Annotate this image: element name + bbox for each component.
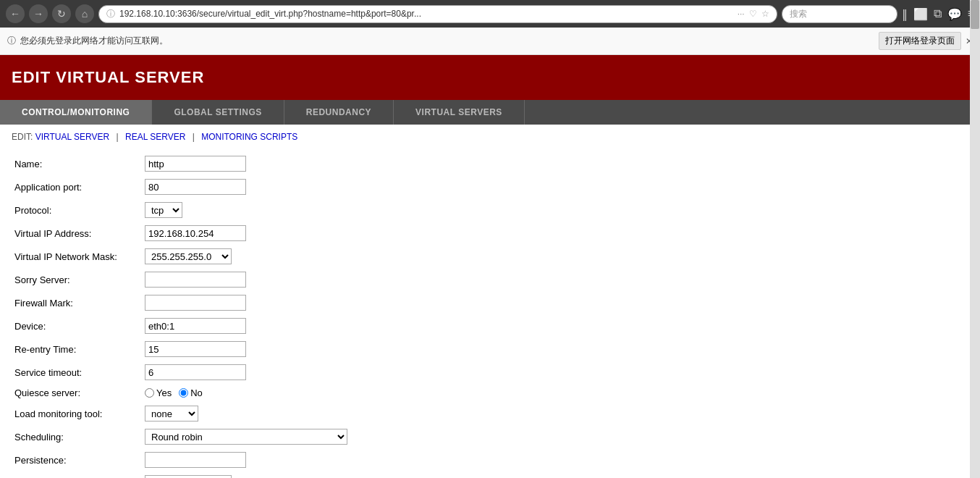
chat-icon: 💬 [947,7,962,21]
info-icon: ⓘ [106,8,115,20]
field-load-monitoring: Load monitoring tool: none rup ruptime [12,402,968,425]
input-sorry-server [142,268,968,291]
breadcrumb-monitoring-scripts[interactable]: MONITORING SCRIPTS [201,132,297,142]
field-persistence-mask: Persistence Network Mask: Unused 255.255… [12,471,968,478]
browser-icons: ‖ ⬜ ⧉ 💬 ≡ [902,7,974,21]
breadcrumb-virtual-server[interactable]: VIRTUAL SERVER [35,132,109,142]
quiesce-yes-label[interactable]: Yes [145,387,172,398]
tab-control-monitoring[interactable]: CONTROL/MONITORING [0,100,152,125]
screen-icon: ⧉ [934,7,942,21]
notification-bar: ⓘ 您必须先登录此网络才能访问互联网。 打开网络登录页面 ✕ [0,28,980,55]
input-reentry-time [142,337,968,361]
label-vip: Virtual IP Address: [12,222,142,245]
label-load-monitoring: Load monitoring tool: [12,402,142,425]
field-vip: Virtual IP Address: [12,222,968,245]
protocol-select[interactable]: tcp udp [145,202,182,218]
star-icon: ☆ [761,9,769,19]
field-quiesce-server: Quiesce server: Yes No [12,384,968,402]
input-app-port [142,175,968,198]
tab-virtual-servers[interactable]: VIRTUAL SERVERS [394,100,525,125]
label-name: Name: [12,152,142,175]
label-firewall-mark: Firewall Mark: [12,291,142,314]
input-vip [142,222,968,245]
bookmark-icon: ♡ [749,9,757,19]
back-button[interactable]: ← [6,4,25,23]
label-persistence: Persistence: [12,448,142,471]
search-input[interactable]: 搜索 [782,5,897,23]
quiesce-no-radio[interactable] [179,388,188,398]
sorry-server-field[interactable] [145,272,246,288]
field-service-timeout: Service timeout: [12,361,968,384]
scheduling-select[interactable]: Round robin Weighted round robin Least c… [145,429,347,445]
input-firewall-mark [142,291,968,314]
input-protocol: tcp udp [142,198,968,222]
scrollbar-track[interactable] [970,0,980,478]
field-device: Device: [12,314,968,337]
quiesce-radio-group: Yes No [145,387,966,398]
label-scheduling: Scheduling: [12,425,142,448]
window-icon: ⬜ [913,7,928,21]
input-device [142,314,968,337]
vip-field[interactable] [145,225,246,241]
info-circle-icon: ⓘ [7,35,16,47]
persistence-mask-select[interactable]: Unused 255.255.255.255 255.255.255.0 [145,475,232,478]
notification-message: 您必须先登录此网络才能访问互联网。 [20,35,168,47]
forward-button[interactable]: → [29,4,48,23]
tab-redundancy[interactable]: REDUNDANCY [284,100,394,125]
label-device: Device: [12,314,142,337]
scrollbar-thumb[interactable] [971,0,979,29]
input-scheduling: Round robin Weighted round robin Least c… [142,425,968,448]
reentry-time-field[interactable] [145,341,246,357]
tab-navigation: CONTROL/MONITORING GLOBAL SETTINGS REDUN… [0,100,980,125]
persistence-field[interactable] [145,452,246,468]
field-firewall-mark: Firewall Mark: [12,291,968,314]
label-service-timeout: Service timeout: [12,361,142,384]
field-sorry-server: Sorry Server: [12,268,968,291]
device-field[interactable] [145,318,246,334]
label-persistence-mask: Persistence Network Mask: [12,471,142,478]
page-header: EDIT VIRTUAL SERVER [0,55,980,100]
content-area: EDIT: VIRTUAL SERVER | REAL SERVER | MON… [0,125,980,478]
breadcrumb-sep-2: | [193,132,197,142]
input-vip-mask: 255.255.255.0 255.255.255.255 255.255.0.… [142,245,968,268]
breadcrumb-prefix: EDIT: [12,132,33,142]
breadcrumb-real-server[interactable]: REAL SERVER [125,132,185,142]
url-text: 192.168.10.10:3636/secure/virtual_edit_v… [119,9,733,19]
service-timeout-field[interactable] [145,364,246,380]
label-quiesce-server: Quiesce server: [12,384,142,402]
browser-chrome: ← → ↻ ⌂ ⓘ 192.168.10.10:3636/secure/virt… [0,0,980,28]
field-scheduling: Scheduling: Round robin Weighted round r… [12,425,968,448]
label-app-port: Application port: [12,175,142,198]
field-app-port: Application port: [12,175,968,198]
load-monitoring-select[interactable]: none rup ruptime [145,406,198,422]
refresh-button[interactable]: ↻ [52,4,71,23]
library-icon: ‖ [902,7,908,21]
open-network-button[interactable]: 打开网络登录页面 [879,32,961,50]
input-load-monitoring: none rup ruptime [142,402,968,425]
input-persistence [142,448,968,471]
label-protocol: Protocol: [12,198,142,222]
label-sorry-server: Sorry Server: [12,268,142,291]
form-table: Name: Application port: Protocol: tcp ud [12,152,968,478]
quiesce-no-label[interactable]: No [179,387,203,398]
app-port-field[interactable] [145,179,246,195]
input-service-timeout [142,361,968,384]
label-vip-mask: Virtual IP Network Mask: [12,245,142,268]
input-quiesce-server: Yes No [142,384,968,402]
breadcrumb: EDIT: VIRTUAL SERVER | REAL SERVER | MON… [12,132,968,142]
breadcrumb-sep-1: | [117,132,121,142]
tab-global-settings[interactable]: GLOBAL SETTINGS [152,100,284,125]
page-title: EDIT VIRTUAL SERVER [12,68,204,86]
home-button[interactable]: ⌂ [75,4,94,23]
field-name: Name: [12,152,968,175]
field-persistence: Persistence: [12,448,968,471]
vip-mask-select[interactable]: 255.255.255.0 255.255.255.255 255.255.0.… [145,248,232,264]
name-field[interactable] [145,156,246,172]
input-persistence-mask: Unused 255.255.255.255 255.255.255.0 [142,471,968,478]
quiesce-yes-radio[interactable] [145,388,154,398]
input-name [142,152,968,175]
field-vip-mask: Virtual IP Network Mask: 255.255.255.0 2… [12,245,968,268]
field-protocol: Protocol: tcp udp [12,198,968,222]
firewall-mark-field[interactable] [145,295,246,311]
address-bar[interactable]: ⓘ 192.168.10.10:3636/secure/virtual_edit… [98,5,777,23]
